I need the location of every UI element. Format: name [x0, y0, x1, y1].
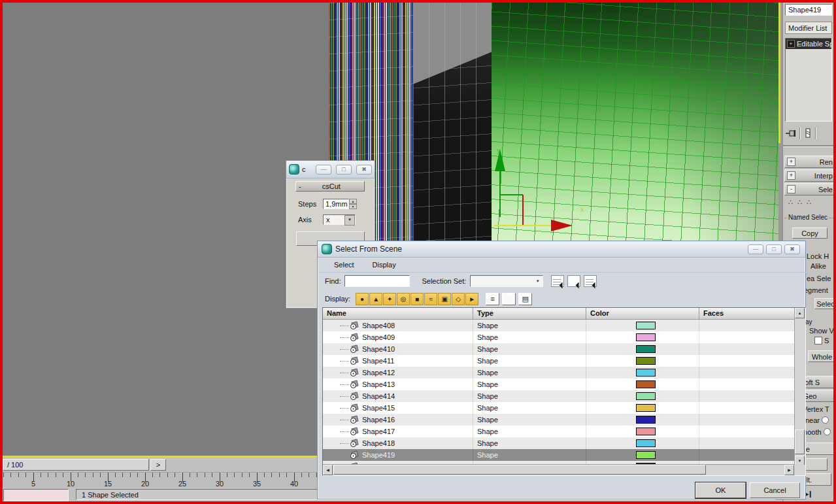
- scene-list-row[interactable]: Shape411 Shape: [323, 355, 795, 367]
- pin-stack-icon[interactable]: [785, 128, 797, 139]
- time-slider-next-button[interactable]: >: [150, 459, 166, 471]
- ok-button[interactable]: OK: [695, 482, 746, 498]
- dialog-titlebar[interactable]: Select From Scene — □ ✖: [318, 241, 805, 258]
- linear-radio[interactable]: near: [805, 416, 829, 424]
- spin-up-icon[interactable]: ▲: [349, 199, 357, 204]
- whole-spline-button[interactable]: Whole: [808, 350, 836, 362]
- minimize-button[interactable]: —: [316, 165, 331, 175]
- select-button[interactable]: Selec: [814, 298, 836, 309]
- scene-list-row[interactable]: Shape409 Shape: [323, 331, 795, 343]
- scroll-left-icon[interactable]: ◀: [323, 465, 333, 475]
- horizontal-scrollbar[interactable]: ◀ ▶: [323, 464, 795, 475]
- rollout-toggle-icon[interactable]: +: [787, 171, 795, 180]
- modifier-stack-item[interactable]: + Editable Sp: [786, 39, 831, 49]
- tree-connector: [340, 395, 349, 397]
- active-viewport-border-right: [778, 3, 780, 143]
- radio-icon[interactable]: [824, 428, 831, 435]
- copy-button[interactable]: Copy: [792, 227, 828, 239]
- rollout-toggle-icon[interactable]: -: [787, 185, 795, 193]
- scene-list-row[interactable]: Shape417 Shape: [323, 426, 795, 437]
- maximize-button[interactable]: □: [766, 244, 782, 254]
- xrefs-icon[interactable]: ◇: [452, 293, 465, 305]
- helpers-icon[interactable]: ■: [410, 293, 424, 305]
- close-button[interactable]: ✖: [356, 165, 372, 175]
- display-influences-icon[interactable]: ▤: [518, 293, 532, 305]
- checkbox-icon[interactable]: [814, 337, 822, 344]
- gizmo-x-label: x: [580, 205, 584, 213]
- cancel-button[interactable]: Cancel: [750, 482, 800, 498]
- transform-gizmo[interactable]: y x: [484, 144, 601, 235]
- row-type-cell: Shape: [473, 367, 586, 378]
- select-none-icon[interactable]: [567, 275, 580, 287]
- row-name-cell: Shape410: [323, 343, 473, 355]
- spacewarps-icon[interactable]: ≈: [424, 293, 437, 305]
- row-name-cell: Shape417: [323, 426, 473, 437]
- maximize-button[interactable]: □: [336, 165, 352, 175]
- steps-spinner[interactable]: ▲ ▼: [349, 199, 357, 209]
- row-color-cell: [586, 343, 699, 355]
- close-button[interactable]: ✖: [784, 244, 800, 254]
- tree-connector: [340, 360, 349, 361]
- vertical-scrollbar[interactable]: ▲ ▼: [794, 308, 805, 466]
- menu-display[interactable]: Display: [365, 260, 404, 270]
- rollout-selection[interactable]: - Sele: [784, 183, 835, 195]
- groups-icon[interactable]: ▣: [438, 293, 451, 305]
- modifier-list-dropdown[interactable]: Modifier List: [785, 22, 832, 34]
- stack-expand-icon[interactable]: +: [787, 40, 795, 48]
- maxscript-mini-listener[interactable]: [3, 489, 69, 501]
- scene-list-row[interactable]: Shape413 Shape: [323, 378, 795, 390]
- area-selection-label: ea Sele: [807, 275, 831, 282]
- bones-icon[interactable]: ►: [465, 293, 478, 305]
- lights-icon[interactable]: ✦: [383, 293, 396, 305]
- selection-set-dropdown[interactable]: ▼: [470, 275, 543, 287]
- color-swatch: [636, 416, 656, 424]
- chevron-down-icon[interactable]: ▼: [344, 215, 355, 226]
- rollout-interpolation[interactable]: + Interp: [784, 169, 835, 182]
- column-header-type[interactable]: Type: [473, 308, 586, 320]
- cameras-icon[interactable]: ◎: [397, 293, 410, 305]
- rollout-rendering[interactable]: + Ren: [784, 156, 835, 168]
- show-end-result-icon[interactable]: [803, 128, 812, 139]
- subobject-level-icons[interactable]: ∴ ∴ ∴: [788, 198, 834, 207]
- menu-select[interactable]: Select: [326, 260, 362, 270]
- column-header-name[interactable]: Name: [323, 308, 473, 320]
- scene-list-row[interactable]: Shape416 Shape: [323, 414, 795, 426]
- time-slider-button[interactable]: / 100: [3, 459, 149, 471]
- geometry-icon[interactable]: ●: [356, 293, 369, 305]
- scene-list-row[interactable]: Shape410 Shape: [323, 343, 795, 355]
- scroll-up-icon[interactable]: ▲: [795, 308, 805, 318]
- display-children-icon[interactable]: ≡: [486, 293, 499, 305]
- scene-list-row[interactable]: Shape418 Shape: [323, 437, 795, 449]
- scrollbar-corner: [795, 465, 805, 475]
- viewport-left-pane[interactable]: [3, 3, 329, 456]
- scene-list-row[interactable]: Shape419 Shape: [323, 449, 795, 461]
- scene-list-row[interactable]: Shape415 Shape: [323, 402, 795, 414]
- show-checkbox[interactable]: S: [814, 337, 829, 344]
- row-faces-cell: [699, 402, 795, 414]
- scroll-right-icon[interactable]: ▶: [784, 465, 794, 475]
- display-none-icon[interactable]: [502, 293, 516, 305]
- spin-down-icon[interactable]: ▼: [349, 204, 357, 209]
- shapes-icon[interactable]: ▲: [369, 293, 382, 305]
- cscut-titlebar[interactable]: c — □ ✖: [286, 161, 375, 178]
- object-name-field[interactable]: Shape419: [785, 4, 832, 16]
- axis-dropdown[interactable]: x ▼: [323, 214, 356, 225]
- row-name-cell: Shape418: [323, 437, 473, 449]
- select-invert-icon[interactable]: [584, 275, 597, 287]
- rollout-toggle-icon[interactable]: +: [787, 158, 795, 166]
- scene-list-row[interactable]: Shape412 Shape: [323, 367, 795, 378]
- horizontal-scroll-thumb[interactable]: [333, 465, 706, 475]
- column-header-color[interactable]: Color: [586, 308, 699, 320]
- segment-label: egment: [804, 286, 828, 294]
- column-header-faces[interactable]: Faces: [699, 308, 795, 320]
- steps-field[interactable]: 1,9mm: [323, 199, 349, 209]
- find-input[interactable]: [344, 275, 410, 287]
- vertical-scroll-thumb[interactable]: [795, 429, 805, 454]
- chevron-down-icon[interactable]: ▼: [533, 277, 542, 286]
- minimize-button[interactable]: —: [748, 244, 763, 254]
- scene-list-row[interactable]: Shape408 Shape: [323, 320, 795, 331]
- scene-list-row[interactable]: Shape414 Shape: [323, 390, 795, 402]
- radio-icon[interactable]: [822, 416, 829, 424]
- select-all-icon[interactable]: [551, 275, 564, 287]
- cscut-rollout-header[interactable]: - csCut: [295, 181, 365, 192]
